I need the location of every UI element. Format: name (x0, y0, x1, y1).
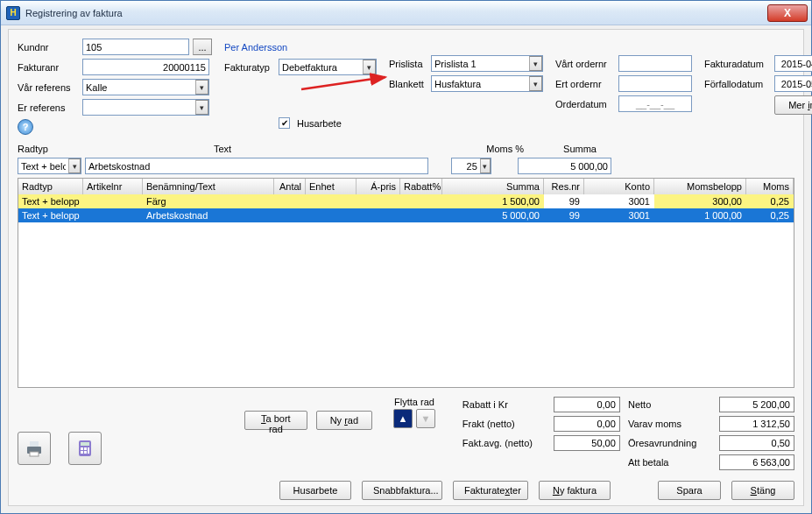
varavmoms-value: 1 312,50 (719, 416, 794, 432)
svg-rect-7 (84, 447, 87, 450)
attbetala-value: 6 563,00 (719, 454, 794, 470)
frakt-value: 0,00 (554, 416, 620, 432)
husarbete-button[interactable]: Husarbete (279, 481, 351, 500)
help-icon[interactable]: ? (18, 119, 33, 135)
calculator-button[interactable] (68, 432, 102, 465)
orderdatum-input[interactable] (618, 95, 692, 112)
varreferens-label: Vår referens (18, 82, 79, 93)
customer-link[interactable]: Per Andersson (224, 42, 287, 53)
faktavg-label: Fakt.avg. (netto) (462, 438, 550, 448)
flytta-label: Flytta rad (384, 397, 445, 407)
table-row[interactable]: Text + belopp Arbetskostnad 5 000,00 99 … (18, 208, 794, 222)
spara-button[interactable]: Spara (658, 481, 721, 500)
fakturatexter-button[interactable]: Fakturatexter (453, 481, 528, 500)
vartorder-input[interactable] (618, 55, 692, 72)
ertorder-input[interactable] (618, 75, 692, 92)
nyfaktura-button[interactable]: Ny faktura (539, 481, 611, 500)
prislista-combo[interactable] (431, 55, 543, 72)
forfallodatum-input[interactable] (774, 75, 812, 92)
kundnr-browse-button[interactable]: ... (193, 39, 212, 55)
snabbfaktura-button[interactable]: Snabbfaktura... (362, 481, 442, 500)
stang-button[interactable]: Stäng (731, 481, 794, 500)
faktavg-value: 50,00 (554, 435, 620, 451)
fakturadatum-label: Fakturadatum (704, 59, 771, 69)
rowedit-summa-label: Summa (527, 144, 632, 154)
ores-value: 0,50 (719, 435, 794, 451)
merinfo-button[interactable]: Mer info (774, 95, 812, 115)
erreferens-combo[interactable] (82, 99, 209, 116)
erreferens-label: Er referens (18, 102, 79, 113)
frakt-label: Frakt (netto) (462, 419, 550, 429)
app-icon: H (6, 6, 20, 20)
svg-line-0 (301, 77, 385, 89)
print-button[interactable] (18, 432, 51, 465)
fakturadatum-input[interactable] (774, 55, 812, 72)
netto-value: 5 200,00 (719, 397, 794, 412)
attbetala-label: Att betala (628, 457, 716, 468)
moverow-up-button[interactable]: ▲ (393, 409, 413, 428)
husarbete-checkbox-label: Husarbete (297, 118, 342, 129)
printer-icon (24, 438, 45, 459)
tabort-button[interactable]: Ta bort rad (244, 411, 307, 430)
kundnr-input[interactable] (82, 39, 189, 55)
forfallodatum-label: Förfallodatum (704, 79, 771, 89)
orderdatum-label: Orderdatum (555, 99, 615, 109)
fakturatyp-label: Fakturatyp (224, 62, 275, 73)
svg-rect-5 (81, 442, 89, 446)
grid-header: Radtyp Artikelnr Benämning/Text Antal En… (18, 179, 794, 194)
rowedit-summa-input[interactable] (518, 158, 611, 174)
rowedit-moms-label: Moms % (362, 144, 524, 154)
varavmoms-label: Varav moms (628, 419, 716, 429)
svg-rect-2 (30, 441, 39, 447)
ores-label: Öresavrundning (628, 438, 716, 448)
rowedit-radtyp-combo[interactable] (18, 158, 81, 174)
svg-rect-9 (81, 451, 83, 454)
kundnr-label: Kundnr (18, 42, 79, 53)
fakturanr-label: Fakturanr (18, 62, 79, 73)
svg-rect-10 (84, 451, 87, 454)
svg-rect-3 (30, 452, 39, 456)
blankett-combo[interactable] (431, 75, 543, 92)
ertorder-label: Ert ordernr (555, 79, 615, 89)
rowedit-moms-combo[interactable] (451, 158, 491, 174)
rabatt-label: Rabatt i Kr (462, 399, 550, 410)
rowedit-radtyp-label: Radtyp (18, 144, 83, 154)
netto-label: Netto (628, 399, 716, 410)
red-arrow-annotation (298, 72, 394, 96)
table-row[interactable]: Text + belopp Färg 1 500,00 99 3001 300,… (18, 194, 794, 208)
rowedit-text-input[interactable] (85, 158, 428, 174)
calculator-icon (74, 438, 95, 459)
prislista-label: Prislista (389, 59, 427, 69)
nyrad-button[interactable]: Ny rad (316, 411, 372, 430)
svg-rect-8 (88, 447, 89, 454)
vartorder-label: Vårt ordernr (555, 59, 615, 69)
rabatt-value: 0,00 (554, 397, 620, 412)
svg-rect-6 (81, 447, 83, 450)
blankett-label: Blankett (389, 79, 427, 89)
fakturanr-input[interactable] (82, 59, 209, 75)
rowedit-text-label: Text (87, 144, 358, 154)
moverow-down-button[interactable]: ▼ (416, 409, 435, 428)
window-title: Registrering av faktura (25, 8, 123, 18)
husarbete-checkbox[interactable]: ✔ (279, 117, 290, 129)
varreferens-combo[interactable] (82, 79, 209, 95)
close-button[interactable]: X (767, 4, 808, 22)
